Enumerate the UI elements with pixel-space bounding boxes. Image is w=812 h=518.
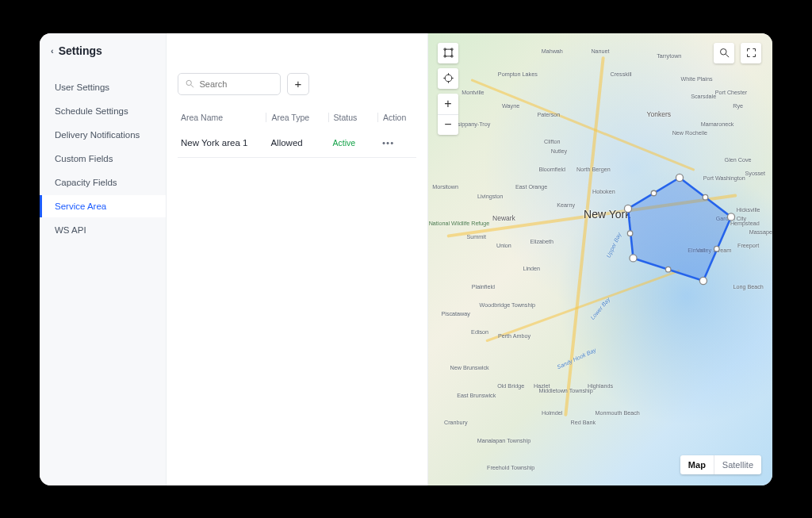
svg-marker-2 (628, 178, 731, 281)
col-action: Action (377, 113, 415, 122)
svg-point-4 (727, 213, 734, 221)
toolbar: + (178, 73, 416, 95)
svg-rect-13 (445, 49, 452, 56)
map-park-label: Swamp National Wildlife Refuge (428, 219, 489, 226)
svg-point-23 (720, 49, 726, 56)
svg-point-5 (699, 277, 707, 284)
polygon-icon (442, 47, 454, 59)
map-place-label: Yonkers (647, 110, 671, 118)
sidebar-item-ws-api[interactable]: WS API (40, 219, 166, 241)
map-micro-label: Scarsdale (691, 93, 716, 100)
row-action-menu[interactable]: ••• (377, 138, 415, 148)
map-type-switch: Map Satellite (680, 455, 761, 474)
page-title: Settings (59, 44, 102, 57)
draw-polygon-button[interactable] (438, 43, 458, 63)
map-micro-label: Hempstead (730, 219, 760, 226)
sidebar-item-schedule-settings[interactable]: Schedule Settings (40, 100, 166, 122)
map-place-label: Newark (492, 214, 515, 222)
map-micro-label: Highlands (588, 382, 613, 389)
map-micro-label: Union (496, 242, 511, 249)
map-micro-label: Holmdel (542, 409, 562, 416)
map-micro-label: Mamaroneck (701, 120, 734, 127)
map-micro-label: Monmouth Beach (596, 409, 640, 416)
map-micro-label: Freehold Township (487, 463, 534, 470)
map-micro-label: White Plains (681, 75, 713, 82)
svg-point-3 (676, 174, 683, 181)
map-micro-label: Mahwah (542, 48, 563, 55)
map-micro-label: North Bergen (576, 165, 611, 172)
map-micro-label: Summit (467, 233, 486, 240)
map-micro-label: Hoboken (592, 188, 615, 195)
map-type-satellite[interactable]: Satellite (714, 455, 761, 474)
map-micro-label: Montville (462, 88, 484, 95)
cell-area-name: New York area 1 (179, 138, 266, 148)
sidebar-item-capacity-fields[interactable]: Capacity Fields (40, 171, 166, 194)
zoom-out-button[interactable]: − (438, 114, 458, 135)
map-micro-label: Massapequa (749, 228, 772, 236)
map-micro-label: East Orange (515, 183, 547, 190)
sidebar: ‹ Settings User Settings Schedule Settin… (40, 33, 167, 485)
svg-point-8 (703, 194, 708, 200)
svg-point-6 (630, 255, 637, 262)
map-micro-label: New Rochelle (672, 129, 707, 136)
svg-point-10 (665, 267, 671, 272)
map-micro-label: Glen Cove (725, 156, 752, 163)
svg-point-12 (651, 190, 657, 196)
map-micro-label: Old Bridge (497, 382, 524, 389)
svg-point-18 (445, 75, 452, 82)
map-micro-label: Piscataway (442, 309, 470, 317)
map-micro-label: Woodbridge Township (480, 301, 535, 308)
map-micro-label: Linden (523, 264, 540, 271)
sidebar-header: ‹ Settings (40, 33, 166, 71)
sidebar-item-custom-fields[interactable]: Custom Fields (40, 148, 166, 170)
table-row[interactable]: New York area 1 Allowed Active ••• (178, 129, 416, 158)
service-area-polygon[interactable] (628, 178, 731, 257)
map-micro-label: Elizabeth (530, 237, 553, 244)
map-micro-label: Livingston (477, 192, 503, 199)
fullscreen-icon (745, 47, 757, 59)
map-micro-label: Kearny (557, 201, 575, 209)
search-input[interactable] (200, 79, 274, 89)
map-micro-label: Perth Amboy (498, 332, 530, 340)
map-panel[interactable]: New York Newark Yonkers Tarrytown White … (428, 33, 772, 485)
map-micro-label: Cranbury (444, 418, 468, 425)
back-icon[interactable]: ‹ (51, 46, 54, 56)
map-micro-label: Middletown Township (539, 386, 593, 393)
zoom-control: + − (438, 94, 458, 135)
map-micro-label: East Brunswick (457, 391, 496, 398)
sidebar-item-delivery-notifications[interactable]: Delivery Notifications (40, 124, 166, 146)
map-micro-label: Freeport (737, 242, 759, 249)
app-window: ‹ Settings User Settings Schedule Settin… (40, 33, 772, 485)
magnifier-icon (718, 47, 730, 59)
svg-point-11 (627, 231, 633, 236)
map-micro-label: Cresskill (610, 70, 631, 77)
zoom-in-button[interactable]: + (438, 94, 458, 114)
add-area-button[interactable]: + (287, 73, 309, 95)
map-micro-label: Nutley (551, 147, 567, 154)
sidebar-item-user-settings[interactable]: User Settings (40, 76, 166, 98)
map-micro-label: Rye (733, 102, 743, 109)
svg-point-7 (624, 205, 631, 212)
map-micro-label: Edison (471, 328, 488, 335)
table-header: Area Name Area Type Status Action (178, 106, 416, 129)
cell-status: Active (328, 138, 378, 148)
svg-point-9 (714, 246, 719, 251)
map-micro-label: Red Bank (571, 418, 596, 425)
map-search-button[interactable] (714, 43, 734, 63)
map-micro-label: Syosset (745, 170, 766, 177)
svg-line-24 (726, 54, 729, 57)
svg-point-0 (186, 80, 191, 85)
map-micro-label: New Brunswick (450, 364, 489, 371)
col-status: Status (328, 113, 378, 122)
map-micro-label: Bloomfield (538, 165, 565, 172)
locate-button[interactable] (438, 68, 458, 89)
sidebar-item-service-area[interactable]: Service Area (40, 195, 166, 217)
map-type-map[interactable]: Map (680, 455, 714, 474)
col-area-type: Area Type (266, 113, 327, 122)
search-input-wrap[interactable] (178, 73, 281, 95)
map-micro-label: Morsitown (432, 183, 458, 190)
area-list-panel: + Area Name Area Type Status Action New … (167, 33, 428, 485)
fullscreen-button[interactable] (741, 43, 761, 63)
map-micro-label: Paterson (538, 111, 561, 118)
col-area-name: Area Name (179, 113, 266, 122)
